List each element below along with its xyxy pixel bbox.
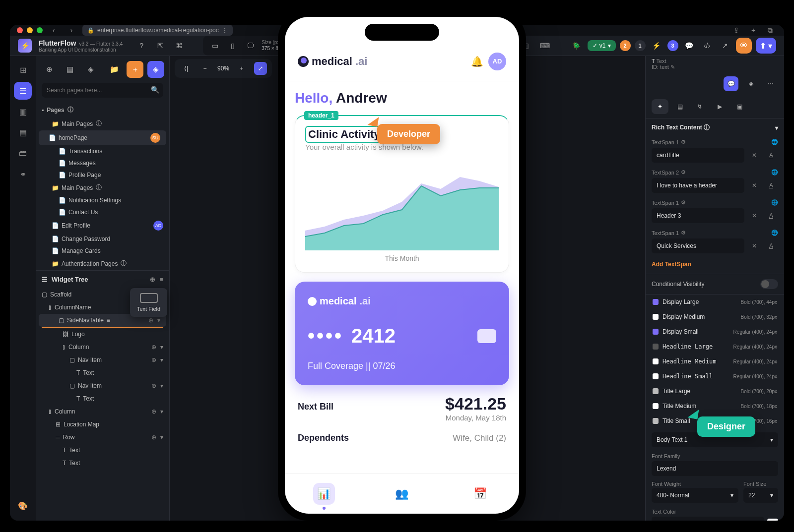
- preview-button[interactable]: 👁: [736, 38, 752, 54]
- wt-text-4[interactable]: TText: [36, 457, 169, 470]
- insurance-card[interactable]: medical.ai •••• 2412 Full Coverage || 07…: [295, 282, 509, 385]
- bug-icon[interactable]: 🪲: [570, 39, 584, 53]
- page-manage-cards[interactable]: 📄Manage Cards: [36, 245, 169, 257]
- text-style-icon[interactable]: A: [764, 238, 778, 254]
- zoom-in-icon[interactable]: +: [235, 62, 248, 75]
- span-3-input[interactable]: [652, 208, 744, 223]
- share-project-icon[interactable]: ⇱: [153, 39, 167, 53]
- font-family-select[interactable]: Lexend: [652, 461, 778, 476]
- font-size-select[interactable]: 22▾: [743, 488, 778, 503]
- desktop-device-icon[interactable]: 🖵: [244, 39, 258, 53]
- tab-people-icon[interactable]: 👥: [391, 483, 413, 505]
- typo-display-small[interactable]: Display SmallRegular (400), 24px: [646, 324, 784, 339]
- font-weight-select[interactable]: 400- Normal▾: [652, 488, 738, 503]
- page-notification-settings[interactable]: 📄Notification Settings: [36, 194, 169, 206]
- folder-auth-pages[interactable]: 📁Authentication Pages ⓘ: [36, 257, 169, 270]
- text-style-icon[interactable]: A: [764, 208, 778, 224]
- templates-button[interactable]: ◈: [147, 61, 164, 78]
- text-style-icon[interactable]: A: [764, 177, 778, 193]
- rail-settings-icon[interactable]: ⚙: [14, 518, 32, 521]
- page-edit-profile[interactable]: 📄Edit ProfileAD: [36, 218, 169, 233]
- rail-storage-icon[interactable]: 🗃: [14, 144, 32, 162]
- typo-title-medium[interactable]: Title MediumBold (700), 18px: [646, 399, 784, 414]
- avatar[interactable]: AD: [488, 53, 506, 70]
- folder-main-pages-1[interactable]: 📁Main Pages ⓘ: [36, 117, 169, 130]
- wt-row[interactable]: ═Row⊕▾: [36, 431, 169, 444]
- page-transactions[interactable]: 📄Transactions: [36, 145, 169, 157]
- drag-handle-icon[interactable]: ≡: [107, 317, 110, 324]
- tab-animate-icon[interactable]: ▶: [711, 99, 728, 114]
- run-button[interactable]: ⬆ ▾: [756, 38, 776, 54]
- folder-add-icon[interactable]: 📁: [106, 61, 123, 78]
- rail-dashboard-icon[interactable]: ⊞: [14, 61, 32, 79]
- page-messages[interactable]: 📄Messages: [36, 157, 169, 169]
- wt-navitem-1[interactable]: ▢Nav Item⊕▾: [36, 354, 169, 366]
- keyboard-icon[interactable]: ⌨: [538, 39, 552, 53]
- wt-locationmap[interactable]: ⊞Location Map: [36, 418, 169, 431]
- inspector-more-icon[interactable]: ⋯: [763, 76, 778, 91]
- wt-settings-icon[interactable]: ≡: [159, 276, 163, 283]
- help-icon[interactable]: ?: [134, 39, 148, 53]
- notif-grey-badge[interactable]: 1: [635, 40, 646, 51]
- typo-display-medium[interactable]: Display MediumBold (700), 32px: [646, 309, 784, 324]
- lightning-icon[interactable]: ⚡: [650, 39, 663, 53]
- add-textspan-link[interactable]: Add TextSpan: [646, 258, 784, 274]
- code-icon[interactable]: ‹/›: [700, 39, 714, 53]
- color-swatch[interactable]: [767, 519, 778, 521]
- span-2-input[interactable]: [652, 178, 744, 193]
- rail-theme-icon[interactable]: 🎨: [14, 497, 32, 515]
- add-page-button[interactable]: ＋: [127, 61, 143, 78]
- folder-main-pages-2[interactable]: 📁Main Pages ⓘ: [36, 181, 169, 194]
- typo-headline-small[interactable]: Headline SmallRegular (400), 24px: [646, 369, 784, 384]
- share-icon[interactable]: ⇪: [729, 25, 743, 36]
- zoom-out-icon[interactable]: −: [198, 62, 211, 75]
- selected-text[interactable]: Clinic Activity: [305, 126, 383, 143]
- page-homepage[interactable]: 📄homePageSU: [39, 130, 166, 145]
- fit-canvas-icon[interactable]: ⤢: [254, 62, 267, 75]
- tab-props-icon[interactable]: ✦: [652, 99, 668, 114]
- external-link-icon[interactable]: ↗: [718, 39, 732, 53]
- clear-icon[interactable]: ✕: [747, 208, 761, 224]
- typo-display-large[interactable]: Display LargeBold (700), 44px: [646, 295, 784, 309]
- wt-column-2[interactable]: ⫿Column⊕▾: [36, 405, 169, 418]
- wt-column-1[interactable]: ⫿Column⊕▾: [36, 341, 169, 354]
- tabs-icon[interactable]: ⧉: [763, 25, 777, 36]
- tab-layout-icon[interactable]: ▤: [671, 99, 688, 114]
- span-1-input[interactable]: [652, 148, 744, 163]
- wt-navitem-2[interactable]: ▢Nav Item⊕▾: [36, 379, 169, 392]
- inspector-chat-icon[interactable]: 💬: [724, 76, 738, 91]
- text-style-icon[interactable]: A: [764, 147, 778, 163]
- wt-add-icon[interactable]: ⊕: [150, 276, 155, 283]
- page-contact-us[interactable]: 📄Contact Us: [36, 206, 169, 218]
- tab-actions-icon[interactable]: ↯: [691, 99, 708, 114]
- typo-title-large[interactable]: Title LargeBold (700), 20px: [646, 384, 784, 399]
- typo-headline-large[interactable]: Headline LargeRegular (400), 24px: [646, 339, 784, 354]
- clear-icon[interactable]: ✕: [747, 147, 761, 163]
- plus-icon[interactable]: +: [746, 25, 760, 36]
- cond-vis-toggle[interactable]: [760, 279, 778, 289]
- tablet-device-icon[interactable]: ▯: [226, 39, 240, 53]
- rail-data-icon[interactable]: ▤: [14, 123, 32, 141]
- nav-back-icon[interactable]: ‹: [47, 25, 61, 36]
- wt-logo[interactable]: 🖼Logo: [36, 328, 169, 341]
- url-bar[interactable]: 🔒 enterprise.flutterflow.io/medical-regu…: [82, 25, 233, 36]
- wt-text-1[interactable]: TText: [36, 366, 169, 379]
- tab-code-icon[interactable]: ▣: [731, 99, 748, 114]
- page-change-password[interactable]: 📄Change Password: [36, 233, 169, 245]
- layers-icon[interactable]: ▤: [62, 61, 78, 78]
- clear-icon[interactable]: ✕: [747, 238, 761, 254]
- chat-icon[interactable]: 💬: [682, 39, 696, 53]
- nav-forward-icon[interactable]: ›: [65, 25, 78, 36]
- notif-orange-badge[interactable]: 2: [620, 40, 631, 51]
- inspector-diamond-icon[interactable]: ◈: [743, 76, 758, 91]
- search-input[interactable]: [42, 83, 163, 98]
- wt-text-3[interactable]: TText: [36, 444, 169, 457]
- clear-icon[interactable]: ✕: [747, 177, 761, 193]
- wt-text-2[interactable]: TText: [36, 392, 169, 405]
- version-pill[interactable]: ✓ v1 ▾: [588, 40, 616, 51]
- page-profile[interactable]: 📄Profile Page: [36, 169, 169, 181]
- diamond-icon[interactable]: ◈: [82, 61, 99, 78]
- rail-pages-icon[interactable]: ☰: [14, 82, 32, 100]
- text-color-input[interactable]: [652, 517, 764, 521]
- typo-headline-medium[interactable]: Headline MediumRegular (400), 24px: [646, 354, 784, 369]
